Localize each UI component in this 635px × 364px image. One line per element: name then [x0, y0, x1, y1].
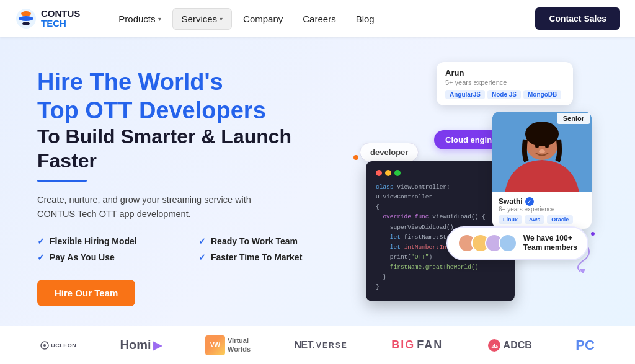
nav-careers[interactable]: Careers — [294, 9, 344, 29]
team-avatar-4 — [499, 234, 517, 252]
senior-label: Senior — [557, 113, 590, 124]
developer-tag: developer — [360, 143, 419, 162]
check-icon: ✓ — [37, 252, 45, 262]
svg-point-3 — [22, 22, 30, 25]
svg-point-10 — [539, 149, 545, 153]
logo-line1: CONTUS — [41, 9, 80, 19]
svg-point-1 — [21, 11, 31, 16]
client-logo-bar: UCLEON Homi ▶ VW VirtualWorlds NET. VERS… — [0, 326, 635, 364]
feature-ready-team: ✓ Ready To Work Team — [198, 236, 335, 246]
client-adcb: بنك ADCB — [487, 338, 532, 353]
skill-linux: Linux — [499, 215, 522, 224]
code-line-8: firstName.greatTheWorld() — [376, 262, 505, 272]
dot-yellow — [385, 170, 391, 176]
developer-photo-card: Swathi ✓ 6+ years experience Linux Aws O… — [492, 112, 592, 229]
hero-section: Hire The World's Top OTT Developers To B… — [0, 37, 635, 326]
check-icon: ✓ — [37, 236, 45, 246]
nucleon-icon — [40, 341, 49, 350]
svg-point-13 — [43, 344, 46, 347]
chevron-down-icon: ▾ — [158, 16, 161, 22]
profile-card-arun: Arun 5+ years experience AngularJS Node … — [437, 62, 573, 105]
team-members-text: We have 100+ Team members — [523, 234, 577, 253]
svg-point-8 — [535, 143, 539, 148]
nav-products[interactable]: Products ▾ — [110, 9, 169, 29]
code-line-10: } — [376, 282, 505, 292]
code-line-2: { — [376, 202, 505, 212]
client-virtualworlds: VW VirtualWorlds — [205, 335, 251, 355]
features-grid: ✓ Flexible Hiring Model ✓ Ready To Work … — [37, 236, 335, 262]
developer-experience: 6+ years experience — [499, 206, 585, 213]
profile-name: Arun — [445, 68, 564, 78]
svg-point-7 — [525, 122, 559, 146]
contact-sales-button[interactable]: Contact Sales — [535, 7, 620, 30]
feature-flexible-hiring: ✓ Flexible Hiring Model — [37, 236, 174, 246]
hero-left: Hire The World's Top OTT Developers To B… — [37, 62, 335, 306]
decoration-dot-orange — [353, 155, 358, 160]
svg-point-9 — [545, 143, 549, 148]
hero-description: Create, nurture, and grow your streaming… — [37, 193, 285, 221]
check-icon: ✓ — [198, 236, 206, 246]
client-homi: Homi ▶ — [120, 338, 162, 352]
nav-links: Products ▾ Services ▾ Company Careers Bl… — [110, 8, 535, 30]
decoration-dot-purple — [591, 232, 595, 236]
profile-skills: AngularJS Node JS MongoDB — [445, 90, 564, 99]
client-bigfan: BIG FAN — [391, 339, 443, 352]
hero-title-blue: Hire The World's Top OTT Developers — [37, 68, 335, 125]
feature-faster-time: ✓ Faster Time To Market — [198, 252, 335, 262]
skill-angularjs: AngularJS — [445, 90, 485, 99]
window-dots — [376, 170, 505, 176]
code-line-9: } — [376, 272, 505, 282]
logo[interactable]: CONTUS TECH — [15, 7, 80, 30]
navbar: CONTUS TECH Products ▾ Services ▾ Compan… — [0, 0, 635, 37]
svg-point-2 — [19, 16, 33, 21]
developer-name: Swathi ✓ — [499, 197, 585, 206]
dot-green — [394, 170, 401, 176]
svg-text:بنك: بنك — [491, 344, 497, 349]
logo-text: CONTUS TECH — [41, 9, 80, 29]
client-nucleon: UCLEON — [40, 341, 76, 350]
verified-badge: ✓ — [525, 197, 534, 206]
code-line-3: override func viewDidLoad() { — [376, 212, 505, 222]
skill-nodejs: Node JS — [487, 90, 521, 99]
client-pc: PC — [575, 337, 595, 353]
client-netverse: NET. VERSE — [294, 340, 347, 351]
chevron-down-icon: ▾ — [220, 16, 223, 22]
skill-aws: Aws — [525, 215, 544, 224]
team-members-bubble: We have 100+ Team members — [446, 226, 588, 260]
hire-our-team-button[interactable]: Hire Our Team — [37, 280, 135, 306]
profile-experience: 5+ years experience — [445, 79, 564, 86]
nav-services[interactable]: Services ▾ — [172, 8, 233, 30]
nav-blog[interactable]: Blog — [347, 9, 383, 29]
logo-icon — [15, 7, 37, 30]
skill-oracle: Oracle — [547, 215, 573, 224]
homi-play-icon: ▶ — [153, 339, 162, 352]
hero-title-black: To Build Smarter & Launch Faster — [37, 125, 335, 172]
virtualworlds-badge: VW — [205, 335, 225, 355]
logo-line2: TECH — [41, 19, 80, 29]
hero-visual: Arun 5+ years experience AngularJS Node … — [347, 62, 598, 298]
developer-skills: Linux Aws Oracle — [499, 215, 585, 224]
hero-underline — [37, 180, 87, 182]
check-icon: ✓ — [198, 252, 206, 262]
dot-red — [376, 170, 382, 176]
feature-pay-as-you-use: ✓ Pay As You Use — [37, 252, 174, 262]
skill-mongodb: MongoDB — [523, 90, 561, 99]
nav-company[interactable]: Company — [234, 9, 291, 29]
adcb-icon: بنك — [487, 338, 502, 353]
team-avatars — [458, 234, 517, 252]
code-line-1: class ViewController: UIViewController — [376, 182, 505, 202]
developer-info: Swathi ✓ 6+ years experience Linux Aws O… — [492, 192, 592, 229]
